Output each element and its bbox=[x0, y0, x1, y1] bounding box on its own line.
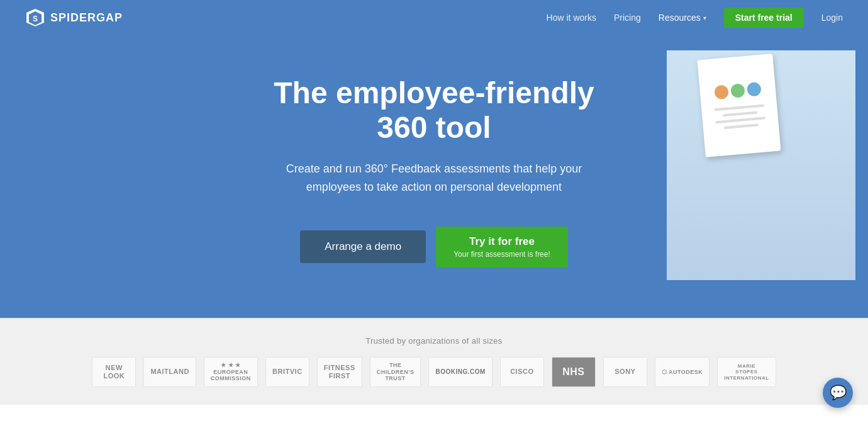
logo-new-look: NEWLOOK bbox=[92, 357, 136, 387]
person-placeholder bbox=[629, 50, 868, 280]
logo-marie-stopes: MARIESTOPESINTERNATIONAL bbox=[717, 357, 776, 387]
hero-title: The employee-friendly 360 tool bbox=[264, 76, 604, 145]
spidergap-logo-icon: S bbox=[25, 8, 45, 28]
navbar: S Spidergap How it works Pricing Resourc… bbox=[0, 0, 868, 35]
hero-section: The employee-friendly 360 tool Create an… bbox=[0, 0, 868, 318]
doc-person-icon-1 bbox=[714, 84, 729, 99]
doc-text-line-1 bbox=[714, 104, 764, 111]
logo-nhs: NHS bbox=[552, 357, 596, 387]
chat-icon: 💬 bbox=[830, 386, 847, 400]
try-free-button[interactable]: Try it for free Your first assessment is… bbox=[436, 227, 568, 268]
start-trial-button[interactable]: Start free trial bbox=[724, 8, 804, 28]
hero-subtitle: Create and run 360° Feedback assessments… bbox=[264, 160, 604, 196]
nav-how-it-works[interactable]: How it works bbox=[547, 13, 596, 23]
nav-pricing[interactable]: Pricing bbox=[614, 13, 641, 23]
logos-row: NEWLOOK Maitland ★ ★ ★EUROPEANCOMMISSION… bbox=[25, 357, 843, 387]
logo-sony: SONY bbox=[603, 357, 647, 387]
hero-person-image bbox=[604, 50, 868, 280]
chat-bubble[interactable]: 💬 bbox=[823, 378, 853, 408]
logo-britvic: BRITVIC bbox=[265, 357, 309, 387]
logo-european-commission: ★ ★ ★EUROPEANCOMMISSION bbox=[204, 357, 258, 387]
hero-buttons: Arrange a demo Try it for free Your firs… bbox=[264, 227, 604, 268]
svg-text:S: S bbox=[33, 14, 38, 23]
doc-person-icon-3 bbox=[747, 81, 762, 96]
hero-wrapper: The employee-friendly 360 tool Create an… bbox=[0, 50, 868, 280]
logo-childrens-trust: TheChildren'sTrust bbox=[370, 357, 421, 387]
resources-chevron-icon: ▾ bbox=[703, 14, 706, 21]
login-link[interactable]: Login bbox=[821, 13, 843, 23]
doc-text-line-2 bbox=[723, 111, 757, 116]
hero-content: The employee-friendly 360 tool Create an… bbox=[252, 50, 616, 280]
logo-text: Spidergap bbox=[50, 11, 123, 25]
trusted-section: Trusted by organizations of all sizes NE… bbox=[0, 318, 868, 405]
doc-icon-group bbox=[714, 81, 762, 99]
doc-text-line-4 bbox=[723, 123, 758, 129]
try-free-sublabel: Your first assessment is free! bbox=[453, 250, 550, 259]
arrange-demo-button[interactable]: Arrange a demo bbox=[300, 230, 426, 263]
logo-fitness-first: Fitnessfirst bbox=[317, 357, 362, 387]
doc-person-icon-2 bbox=[730, 83, 745, 98]
bottom-section: Clearer feedback reports bbox=[0, 405, 868, 423]
logo-link[interactable]: S Spidergap bbox=[25, 8, 123, 28]
logo-autodesk: ⬡ AUTODESK bbox=[655, 357, 710, 387]
trusted-title: Trusted by organizations of all sizes bbox=[25, 336, 843, 346]
logo-maitland: Maitland bbox=[143, 357, 196, 387]
navbar-links: How it works Pricing Resources ▾ Start f… bbox=[547, 8, 843, 28]
document-paper bbox=[697, 54, 781, 157]
nav-resources[interactable]: Resources ▾ bbox=[659, 13, 706, 23]
logo-cisco: CISCO bbox=[500, 357, 544, 387]
doc-text-line-3 bbox=[715, 116, 765, 123]
logo-booking: Booking.com bbox=[428, 357, 492, 387]
try-free-label: Try it for free bbox=[469, 235, 535, 247]
